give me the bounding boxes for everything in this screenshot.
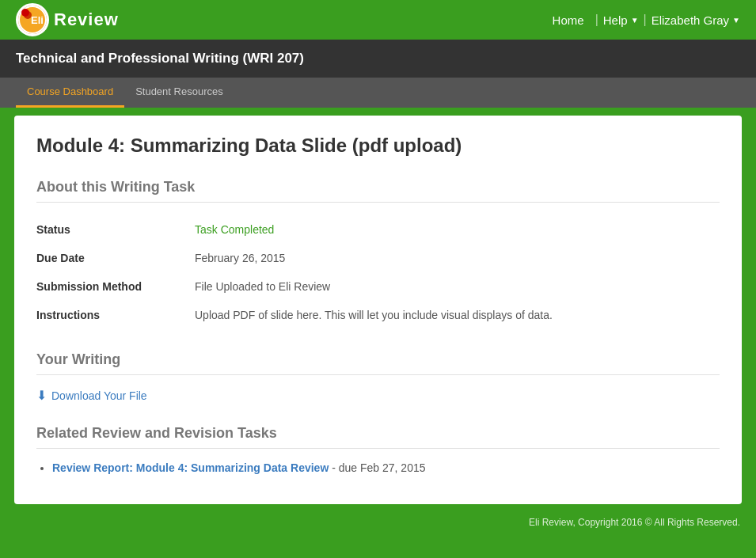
status-label: Status — [36, 215, 195, 244]
review-report-link[interactable]: Review Report: Module 4: Summarizing Dat… — [52, 461, 329, 474]
table-row-instructions: Instructions Upload PDF of slide here. T… — [36, 301, 720, 329]
logo-area: Eli Review — [16, 3, 119, 36]
status-value: Task Completed — [195, 223, 274, 236]
nav-home[interactable]: Home — [546, 10, 591, 30]
due-date-label: Due Date — [36, 244, 195, 272]
review-suffix: - due Feb 27, 2015 — [329, 461, 425, 474]
nav-user[interactable]: Elizabeth Gray ▼ — [652, 13, 740, 27]
instructions-value: Upload PDF of slide here. This will let … — [195, 301, 720, 329]
svg-text:Eli: Eli — [31, 14, 44, 26]
table-row-status: Status Task Completed — [36, 215, 720, 244]
table-row-submission: Submission Method File Uploaded to Eli R… — [36, 272, 720, 301]
nav-right: Home | Help ▼ | Elizabeth Gray ▼ — [546, 10, 740, 30]
download-icon: ⬇ — [36, 388, 47, 403]
tab-student-resources[interactable]: Student Resources — [124, 78, 234, 108]
due-date-value: February 26, 2015 — [195, 244, 720, 272]
submission-label: Submission Method — [36, 272, 195, 301]
table-row-due-date: Due Date February 26, 2015 — [36, 244, 720, 272]
user-chevron-icon: ▼ — [732, 16, 740, 25]
your-writing-section: Your Writing ⬇ Download Your File — [36, 351, 720, 403]
writing-task-heading: About this Writing Task — [36, 179, 720, 203]
page-title: Module 4: Summarizing Data Slide (pdf up… — [36, 135, 720, 157]
header: Eli Review Home | Help ▼ | Elizabeth Gra… — [0, 0, 756, 40]
related-tasks-heading: Related Review and Revision Tasks — [36, 425, 720, 449]
related-tasks-list: Review Report: Module 4: Summarizing Dat… — [52, 461, 720, 474]
course-title: Technical and Professional Writing (WRI … — [16, 51, 304, 66]
tab-course-dashboard[interactable]: Course Dashboard — [16, 78, 124, 108]
writing-task-table: Status Task Completed Due Date February … — [36, 215, 720, 329]
eli-logo-icon: Eli — [16, 3, 49, 36]
footer-text: Eli Review, Copyright 2016 © All Rights … — [529, 517, 740, 528]
list-item: Review Report: Module 4: Summarizing Dat… — [52, 461, 720, 474]
instructions-label: Instructions — [36, 301, 195, 329]
logo-text: Review — [54, 9, 119, 30]
submission-value: File Uploaded to Eli Review — [195, 272, 720, 301]
download-file-link[interactable]: ⬇ Download Your File — [36, 388, 720, 403]
main-content: Module 4: Summarizing Data Slide (pdf up… — [14, 116, 742, 504]
help-chevron-icon: ▼ — [631, 16, 639, 25]
nav-help[interactable]: Help ▼ — [603, 13, 639, 27]
related-tasks-section: Related Review and Revision Tasks Review… — [36, 425, 720, 474]
tab-bar: Course Dashboard Student Resources — [0, 78, 756, 108]
writing-task-section: About this Writing Task Status Task Comp… — [36, 179, 720, 329]
footer: Eli Review, Copyright 2016 © All Rights … — [0, 512, 756, 533]
your-writing-heading: Your Writing — [36, 351, 720, 375]
course-bar: Technical and Professional Writing (WRI … — [0, 40, 756, 78]
